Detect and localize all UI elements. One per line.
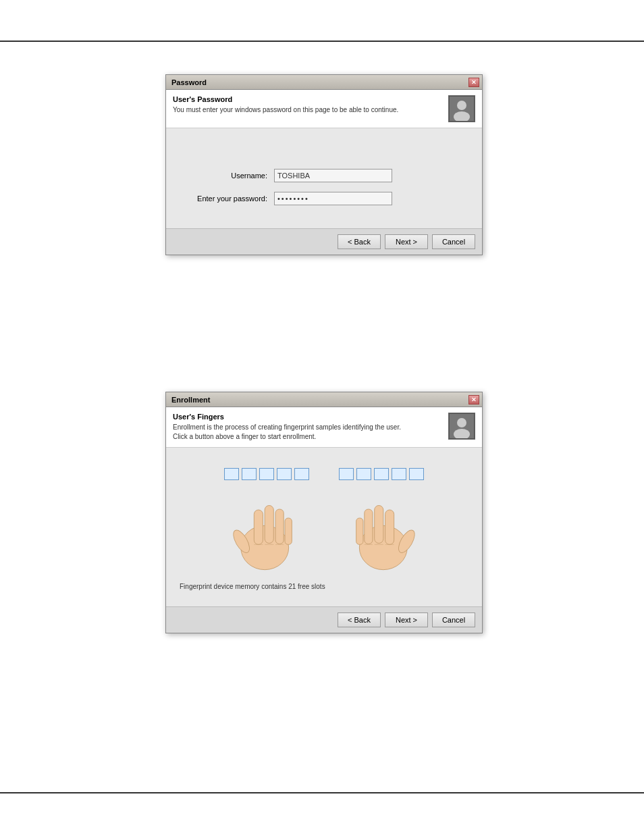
enrollment-footer: < Back Next > Cancel	[166, 606, 482, 633]
right-hand-container	[338, 468, 425, 576]
password-back-button[interactable]: < Back	[338, 234, 381, 249]
password-input[interactable]	[274, 192, 392, 205]
password-cancel-button[interactable]: Cancel	[432, 234, 475, 249]
svg-rect-17	[385, 510, 394, 544]
enrollment-header-desc: Enrollment is the process of creating fi…	[173, 423, 416, 442]
username-label: Username:	[180, 172, 274, 180]
left-finger-2-button[interactable]	[242, 468, 257, 480]
password-header-icon	[448, 95, 475, 122]
password-header-title: User's Password	[173, 95, 398, 103]
memory-info: Fingerprint device memory contains 21 fr…	[180, 580, 468, 593]
svg-rect-18	[375, 505, 383, 543]
enrollment-back-button[interactable]: < Back	[338, 613, 381, 627]
header-icon-svg	[450, 97, 474, 121]
password-label: Enter your password:	[180, 194, 274, 203]
password-close-button[interactable]: ✕	[468, 78, 479, 87]
password-next-button[interactable]: Next >	[385, 234, 428, 249]
enrollment-next-button[interactable]: Next >	[385, 613, 428, 627]
password-body: Username: Enter your password:	[166, 128, 482, 228]
right-finger-buttons	[339, 468, 424, 480]
right-finger-2-button[interactable]	[356, 468, 371, 480]
finger-selection-area	[180, 461, 468, 576]
password-dialog-title: Password	[171, 78, 207, 86]
enrollment-dialog: Enrollment ✕ User's Fingers Enrollment i…	[165, 392, 483, 633]
password-titlebar: Password ✕	[166, 75, 482, 90]
enrollment-header-text: User's Fingers Enrollment is the process…	[173, 413, 416, 442]
enrollment-header-icon-svg	[450, 414, 474, 438]
right-finger-4-button[interactable]	[392, 468, 406, 480]
left-finger-1-button[interactable]	[224, 468, 239, 480]
left-finger-buttons	[224, 468, 309, 480]
left-hand-container	[223, 468, 311, 576]
left-hand-svg	[223, 481, 311, 576]
svg-rect-8	[254, 510, 263, 544]
enrollment-header: User's Fingers Enrollment is the process…	[166, 407, 482, 448]
right-finger-5-button[interactable]	[409, 468, 424, 480]
enrollment-close-button[interactable]: ✕	[468, 395, 479, 405]
password-footer: < Back Next > Cancel	[166, 228, 482, 255]
svg-rect-10	[275, 509, 284, 544]
password-header-text: User's Password You must enter your wind…	[173, 95, 398, 115]
enrollment-dialog-title: Enrollment	[171, 396, 210, 404]
username-input[interactable]	[274, 169, 392, 182]
right-finger-3-button[interactable]	[374, 468, 389, 480]
enrollment-header-title: User's Fingers	[173, 413, 416, 421]
svg-rect-9	[265, 505, 273, 543]
enrollment-titlebar: Enrollment ✕	[166, 392, 482, 407]
password-header-desc: You must enter your windows password on …	[173, 105, 398, 115]
svg-rect-11	[285, 518, 292, 544]
password-dialog: Password ✕ User's Password You must ente…	[165, 74, 483, 255]
svg-point-1	[457, 101, 466, 110]
enrollment-cancel-button[interactable]: Cancel	[432, 613, 475, 627]
left-finger-3-button[interactable]	[259, 468, 274, 480]
right-hand-svg	[338, 481, 425, 576]
enrollment-body: Fingerprint device memory contains 21 fr…	[166, 448, 482, 606]
left-finger-5-button[interactable]	[294, 468, 309, 480]
svg-rect-19	[365, 509, 373, 544]
password-header: User's Password You must enter your wind…	[166, 90, 482, 128]
left-finger-4-button[interactable]	[277, 468, 292, 480]
svg-rect-20	[356, 518, 363, 544]
svg-point-4	[457, 418, 466, 427]
top-rule	[0, 41, 644, 42]
username-row: Username:	[180, 169, 468, 182]
right-finger-1-button[interactable]	[339, 468, 354, 480]
password-row: Enter your password:	[180, 192, 468, 205]
bottom-rule	[0, 792, 644, 793]
enrollment-header-icon	[448, 413, 475, 440]
